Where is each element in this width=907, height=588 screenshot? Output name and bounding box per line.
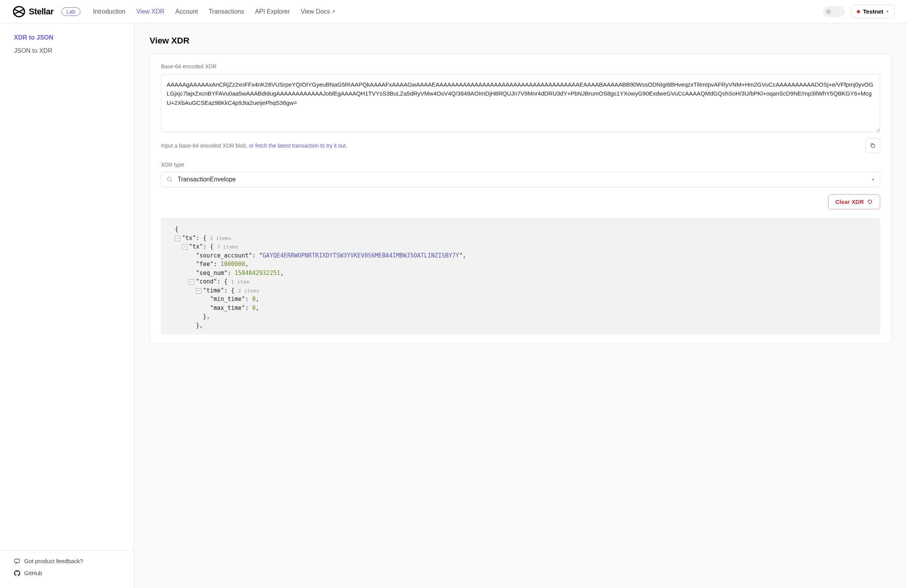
feedback-label: Got product feedback? (24, 558, 83, 564)
json-line: "source_account": "GAYQE4ERRWOPNRTRIXDYT… (168, 251, 873, 260)
svg-line-8 (827, 13, 827, 14)
network-status-dot (857, 10, 860, 13)
stellar-logo-icon (12, 6, 26, 17)
json-line: "seq_num": 1584842932251, (168, 269, 873, 278)
xdr-type-select[interactable]: TransactionEnvelope ▾ (161, 172, 880, 187)
svg-line-13 (171, 181, 172, 182)
collapse-toggle[interactable]: − (189, 279, 194, 285)
nav-view-xdr[interactable]: View XDR (136, 8, 165, 15)
sidebar-item-json-to-xdr[interactable]: JSON to XDR (14, 47, 120, 54)
github-icon (14, 570, 20, 576)
xdr-type-value: TransactionEnvelope (178, 176, 867, 183)
xdr-input[interactable] (161, 74, 880, 132)
json-line: "min_time": 0, (168, 295, 873, 304)
json-line: { (168, 225, 873, 234)
feedback-link[interactable]: Got product feedback? (14, 558, 120, 564)
xdr-card: Base-64 encoded XDR Input a base-64 enco… (150, 54, 891, 344)
network-label: Testnet (863, 8, 883, 15)
github-link[interactable]: GitHub (14, 570, 120, 576)
collapse-toggle[interactable]: − (175, 236, 180, 241)
external-link-icon: ↗ (331, 9, 335, 14)
nav-introduction[interactable]: Introduction (93, 8, 126, 15)
json-line: "fee": 1000000, (168, 260, 873, 269)
json-line: }, (168, 312, 873, 321)
clear-xdr-button[interactable]: Clear XDR (828, 194, 880, 209)
collapse-toggle[interactable]: − (196, 288, 201, 294)
refresh-icon (867, 199, 873, 205)
xdr-input-label: Base-64 encoded XDR (161, 63, 880, 70)
svg-line-6 (827, 10, 827, 10)
svg-point-12 (167, 177, 171, 181)
nav-api-explorer[interactable]: API Explorer (255, 8, 290, 15)
chevron-down-icon: ▾ (872, 177, 874, 182)
search-icon (167, 176, 173, 183)
json-line: −"tx": { 7 items (168, 242, 873, 251)
hint-text: Input a base-64 encoded XDR blob, or fet… (161, 143, 347, 149)
svg-rect-10 (15, 559, 20, 562)
collapse-toggle[interactable]: − (182, 244, 187, 250)
svg-rect-11 (872, 144, 875, 148)
feedback-icon (14, 558, 20, 564)
sidebar-item-xdr-to-json[interactable]: XDR to JSON (14, 34, 120, 41)
nav-account[interactable]: Account (175, 8, 198, 15)
sun-icon (824, 7, 833, 16)
theme-toggle[interactable] (823, 6, 845, 17)
copy-button[interactable] (865, 138, 880, 153)
json-line: −"time": { 2 items (168, 286, 873, 295)
lab-badge: Lab (61, 7, 80, 16)
logo-text: Stellar (29, 7, 54, 17)
clear-xdr-label: Clear XDR (835, 198, 864, 205)
json-line: −"cond": { 1 item (168, 277, 873, 286)
json-output[interactable]: { −"tx": { 2 items −"tx": { 7 items "sou… (161, 218, 880, 334)
logo[interactable]: Stellar (12, 6, 54, 17)
page-title: View XDR (150, 36, 891, 46)
svg-point-1 (827, 10, 830, 13)
svg-line-7 (830, 13, 830, 14)
fetch-latest-link[interactable]: or fetch the latest transaction to try i… (249, 143, 347, 149)
chevron-down-icon: ▾ (886, 9, 889, 14)
svg-line-9 (830, 10, 830, 10)
json-line: −"tx": { 2 items (168, 234, 873, 243)
xdr-type-label: XDR type (161, 162, 880, 168)
nav-transactions[interactable]: Transactions (209, 8, 244, 15)
json-line: "max_time": 0, (168, 304, 873, 313)
github-label: GitHub (24, 570, 42, 576)
copy-icon (870, 143, 876, 149)
json-line: }, (168, 321, 873, 330)
nav-view-docs[interactable]: View Docs↗ (301, 8, 335, 15)
network-select[interactable]: Testnet ▾ (851, 5, 895, 18)
